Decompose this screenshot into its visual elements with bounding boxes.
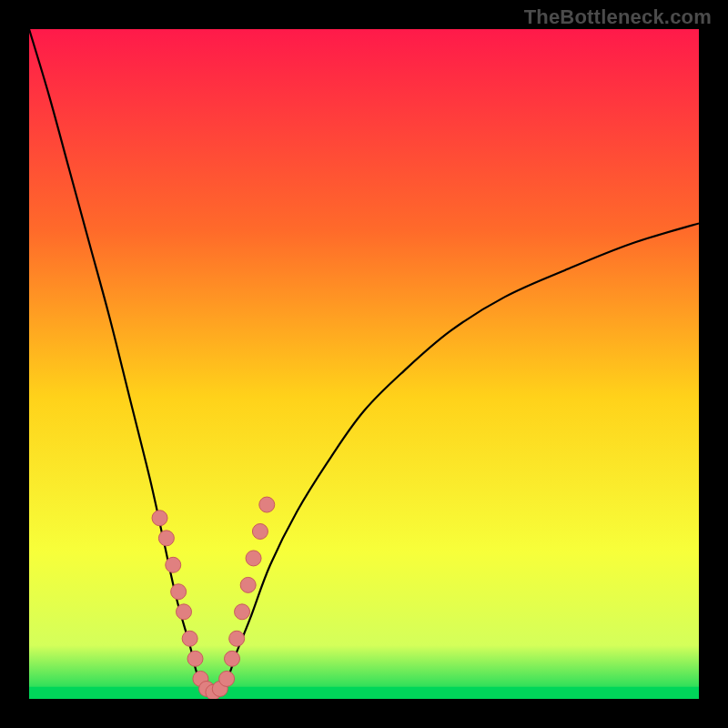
curve-marker: [166, 557, 181, 572]
bottleneck-chart-svg: [29, 29, 699, 699]
curve-marker: [177, 604, 192, 620]
optimal-zone-band: [29, 687, 699, 699]
watermark-text: TheBottleneck.com: [524, 5, 712, 29]
curve-marker: [187, 651, 203, 666]
curve-marker: [246, 551, 261, 566]
curve-marker: [158, 531, 174, 546]
gradient-background: [29, 29, 699, 699]
curve-marker: [171, 584, 187, 600]
curve-marker: [219, 671, 235, 686]
curve-marker: [240, 577, 256, 592]
curve-marker: [259, 497, 275, 512]
curve-marker: [182, 631, 197, 646]
curve-marker: [225, 651, 240, 666]
plot-area: [29, 29, 699, 699]
curve-marker: [152, 511, 167, 526]
curve-marker: [235, 604, 250, 620]
chart-frame: TheBottleneck.com: [0, 0, 728, 728]
curve-marker: [229, 631, 245, 646]
curve-marker: [252, 524, 268, 540]
